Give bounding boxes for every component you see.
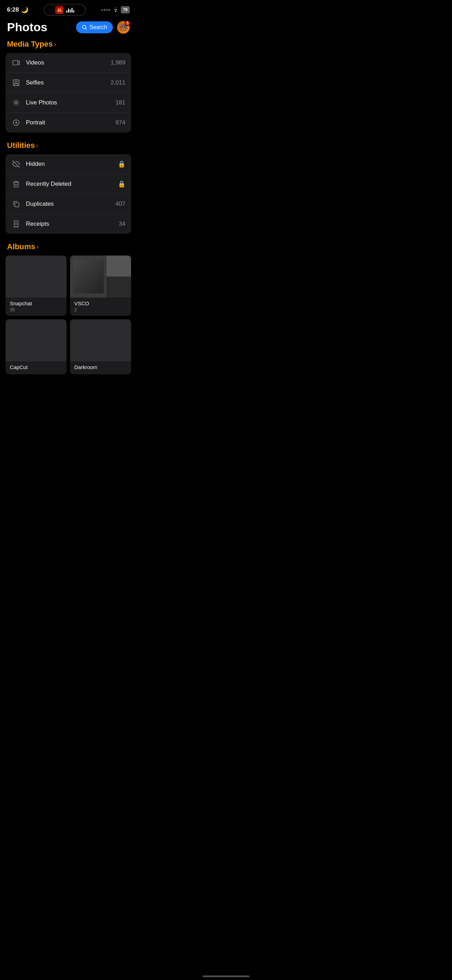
time-label: 6:28 <box>7 6 19 13</box>
media-types-chevron: › <box>54 41 56 48</box>
livephotos-label: Live Photos <box>26 99 116 106</box>
portrait-count: 874 <box>116 119 126 126</box>
moon-icon: 🌙 <box>21 6 29 14</box>
svg-point-9 <box>16 122 17 123</box>
dynamic-island: 🦊 <box>44 4 86 16</box>
livephotos-count: 181 <box>116 99 126 106</box>
receipt-icon <box>11 219 21 229</box>
list-item[interactable]: Duplicates 407 <box>6 194 131 214</box>
sound-bars <box>66 7 74 13</box>
recently-deleted-label: Recently Deleted <box>26 180 118 188</box>
svg-point-6 <box>14 100 19 105</box>
selfies-count: 2,011 <box>110 79 126 86</box>
album-name: VSCO <box>74 301 127 306</box>
album-info: VSCO 2 <box>70 298 131 316</box>
search-icon <box>82 24 87 30</box>
page-title: Photos <box>7 20 47 34</box>
svg-line-1 <box>86 28 87 29</box>
album-card[interactable]: CapCut <box>6 319 67 374</box>
notification-badge: ! <box>125 20 131 26</box>
media-types-section-header[interactable]: Media Types › <box>0 40 137 53</box>
signal-dots <box>101 9 110 11</box>
hidden-lock-icon: 🔒 <box>118 160 126 168</box>
list-item[interactable]: Live Photos 181 <box>6 93 131 113</box>
album-image <box>6 319 67 361</box>
portrait-icon <box>11 118 21 127</box>
wifi-icon <box>113 7 119 13</box>
albums-title: Albums <box>7 242 35 251</box>
album-name: Snapchat <box>10 301 62 306</box>
album-info: Darkroom <box>70 361 131 374</box>
utilities-list: Hidden 🔒 Recently Deleted 🔒 <box>6 154 131 234</box>
video-icon <box>11 58 21 68</box>
receipts-label: Receipts <box>26 221 119 228</box>
duplicate-icon <box>11 199 21 209</box>
list-item[interactable]: Receipts 34 <box>6 214 131 234</box>
album-info: Snapchat 35 <box>6 298 67 316</box>
album-card[interactable]: Darkroom <box>70 319 131 374</box>
list-item[interactable]: Recently Deleted 🔒 <box>6 174 131 194</box>
album-image <box>6 256 67 298</box>
hidden-icon <box>11 159 21 169</box>
album-image <box>70 319 131 361</box>
album-name: CapCut <box>10 364 62 370</box>
recently-deleted-lock-icon: 🔒 <box>118 180 126 188</box>
album-name: Darkroom <box>74 364 127 370</box>
receipts-count: 34 <box>119 221 126 228</box>
selfies-label: Selfies <box>26 79 110 86</box>
avatar-container[interactable]: 🐻 ! <box>117 21 130 33</box>
album-info: CapCut <box>6 361 67 374</box>
utilities-title: Utilities <box>7 141 35 150</box>
app-icon-small: 🦊 <box>55 6 64 14</box>
videos-label: Videos <box>26 59 110 66</box>
selfie-icon <box>11 78 21 88</box>
album-image <box>70 256 131 298</box>
search-button[interactable]: Search <box>76 21 113 33</box>
list-item[interactable]: Hidden 🔒 <box>6 154 131 174</box>
utilities-section-header[interactable]: Utilities › <box>0 141 137 154</box>
list-item[interactable]: Videos 1,989 <box>6 53 131 73</box>
header-actions: Search 🐻 ! <box>76 21 130 33</box>
battery-icon: 79 <box>121 6 130 13</box>
svg-point-0 <box>83 25 86 29</box>
svg-rect-2 <box>13 60 18 65</box>
list-item[interactable]: Portrait 874 <box>6 113 131 132</box>
albums-section-header[interactable]: Albums › <box>0 242 137 256</box>
duplicates-count: 407 <box>116 200 126 207</box>
album-count: 2 <box>74 307 127 312</box>
status-bar: 6:28 🌙 🦊 <box>0 0 137 18</box>
videos-count: 1,989 <box>110 59 126 66</box>
album-card[interactable]: VSCO 2 <box>70 256 131 316</box>
trash-icon <box>11 179 21 189</box>
portrait-label: Portrait <box>26 119 116 126</box>
status-time: 6:28 🌙 <box>7 6 29 14</box>
albums-chevron: › <box>37 244 38 250</box>
hidden-label: Hidden <box>26 161 118 167</box>
albums-grid: Snapchat 35 VSCO 2 CapCut <box>0 256 137 374</box>
media-types-list: Videos 1,989 Selfies 2,011 <box>6 53 131 132</box>
svg-point-5 <box>15 102 17 104</box>
livephoto-icon <box>11 98 21 108</box>
album-count: 35 <box>10 307 62 312</box>
status-icons: 79 <box>101 6 130 13</box>
media-types-title: Media Types <box>7 40 53 49</box>
svg-rect-10 <box>15 203 19 207</box>
header: Photos Search 🐻 ! <box>0 18 137 40</box>
album-card[interactable]: Snapchat 35 <box>6 256 67 316</box>
list-item[interactable]: Selfies 2,011 <box>6 73 131 93</box>
duplicates-label: Duplicates <box>26 200 116 207</box>
utilities-chevron: › <box>36 143 38 149</box>
